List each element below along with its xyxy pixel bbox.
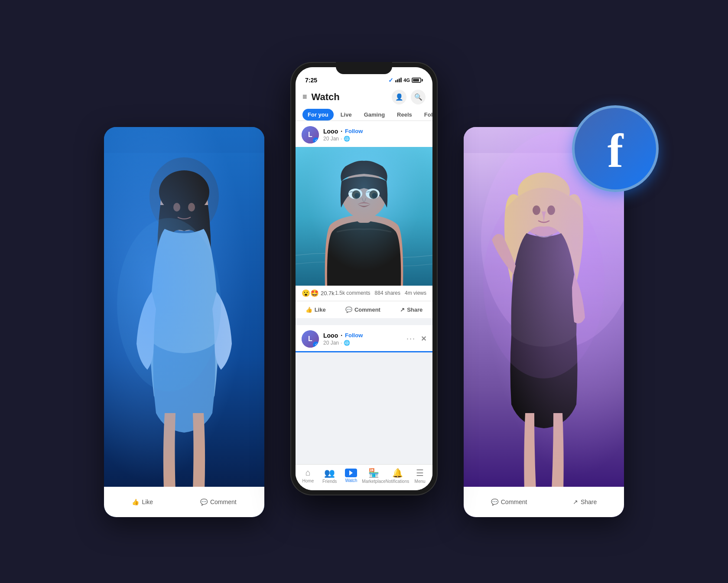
reaction-icons: 😮🤩 [302,289,319,297]
profile-icon-btn[interactable]: 👤 [392,90,406,104]
watch-nav-icon [345,469,357,477]
tab-gaming[interactable]: Gaming [359,109,390,121]
right-comment-icon: 💬 [491,498,498,505]
reaction-count: 20.7k [321,290,335,296]
home-label: Home [302,479,314,483]
post1-username-row: Looo · Follow [323,128,426,135]
svg-point-20 [352,190,361,199]
left-like-label: Like [142,498,153,505]
post1-share-icon: ↗ [400,306,405,313]
battery-icon [412,78,423,83]
signal-bar-3 [399,78,400,82]
svg-point-22 [354,193,360,198]
right-comment-label: Comment [501,498,527,505]
post1-header: L ✓ Looo · Follow 20 Jan [296,121,432,147]
svg-point-17 [341,171,387,218]
post2-info: Looo · Follow 20 Jan · 🌐 [323,332,406,346]
post1-comment-btn[interactable]: 💬 Comment [338,303,387,316]
tab-live[interactable]: Live [335,109,357,121]
svg-point-5 [173,203,180,212]
nav-home[interactable]: ⌂ Home [297,468,319,483]
fb-verified-status-icon: ✓ [388,77,393,84]
post1-dot: · [341,136,342,142]
left-card-like-btn[interactable]: 👍 Like [132,498,153,505]
svg-point-12 [533,205,540,215]
main-scene: 👍 Like 💬 Comment [104,53,624,530]
post2-verified-badge: ✓ [313,342,319,348]
post1-share-btn[interactable]: ↗ Share [393,303,429,316]
svg-rect-14 [296,147,432,286]
left-card-comment-btn[interactable]: 💬 Comment [200,498,237,505]
nav-menu[interactable]: ☰ Menu [409,468,431,484]
svg-point-11 [483,188,604,378]
post1-follow-btn[interactable]: Follow [345,128,363,134]
comment-icon: 💬 [200,498,208,505]
svg-point-23 [372,193,377,198]
tab-for-you[interactable]: For you [302,109,334,121]
post1-meta: 20 Jan · 🌐 [323,136,426,142]
marketplace-icon: 🏪 [368,468,379,478]
post2-actions-right: ··· ✕ [406,334,426,343]
left-side-card: 👍 Like 💬 Comment [104,127,264,517]
post2-header: L ✓ Looo · Follow 20 Jan [296,325,432,351]
svg-rect-15 [296,147,432,286]
menu-label: Menu [415,479,426,484]
views-count: 4m views [405,290,426,296]
right-card-share-btn[interactable]: ↗ Share [573,498,597,505]
svg-point-6 [188,203,195,212]
globe-icon: 🌐 [344,136,350,142]
post2-separator: · [341,332,342,339]
post2-meta: 20 Jan · 🌐 [323,340,406,346]
phone-screen: 7:25 ✓ 4G [296,67,432,490]
post1-verified-badge: ✓ [313,137,319,143]
post1-actions: 👍 Like 💬 Comment ↗ Share [296,301,432,318]
post-card-2: L ✓ Looo · Follow 20 Jan [296,322,432,352]
like-icon: 👍 [132,498,139,505]
watch-header: ≡ Watch 👤 🔍 [296,86,432,121]
notifications-icon: 🔔 [392,468,403,478]
close-icon[interactable]: ✕ [421,335,426,343]
left-card-bottom-bar: 👍 Like 💬 Comment [104,487,264,517]
separator-dot: · [341,128,342,135]
more-options-icon[interactable]: ··· [406,334,416,343]
hamburger-menu-icon[interactable]: ≡ [302,92,307,101]
signal-bar-1 [395,80,396,82]
marketplace-label: Marketplace [362,479,385,484]
search-icon: 🔍 [414,93,422,101]
nav-notifications[interactable]: 🔔 Notifications [386,468,409,484]
nav-marketplace[interactable]: 🏪 Marketplace [362,468,385,484]
post1-like-btn[interactable]: 👍 Like [299,303,333,316]
post1-info: Looo · Follow 20 Jan · 🌐 [323,128,426,142]
post2-follow-btn[interactable]: Follow [345,332,363,339]
watch-title-left: ≡ Watch [302,91,340,103]
nav-friends[interactable]: 👥 Friends [319,468,341,484]
search-icon-btn[interactable]: 🔍 [411,90,426,104]
post-card-1: L ✓ Looo · Follow 20 Jan [296,121,432,318]
progress-bar [296,351,432,352]
post2-date: 20 Jan [323,340,339,346]
network-type: 4G [403,78,410,83]
nav-watch[interactable]: Watch [341,469,362,483]
signal-bar-4 [400,78,402,82]
tab-reels[interactable]: Reels [392,109,417,121]
watch-label: Watch [345,478,357,483]
right-share-icon: ↗ [573,498,578,505]
left-card-image [104,127,264,517]
phone-notch [336,62,392,74]
post2-username-row: Looo · Follow [323,332,406,339]
friends-label: Friends [322,479,337,484]
post2-dot: · [341,340,342,346]
right-share-label: Share [581,498,597,505]
watch-page-title: Watch [312,91,340,103]
watch-header-icons: 👤 🔍 [392,90,426,104]
left-person-svg [104,127,264,517]
right-card-bottom-bar: 💬 Comment ↗ Share [464,487,624,517]
tab-following[interactable]: Following [419,109,432,121]
right-card-comment-btn[interactable]: 💬 Comment [491,498,527,505]
shares-count: 884 shares [375,290,400,296]
svg-point-13 [547,205,555,215]
watch-title-row: ≡ Watch 👤 🔍 [302,90,426,104]
post2-username: Looo [323,332,338,339]
svg-point-21 [369,190,378,199]
post1-image [296,147,432,286]
